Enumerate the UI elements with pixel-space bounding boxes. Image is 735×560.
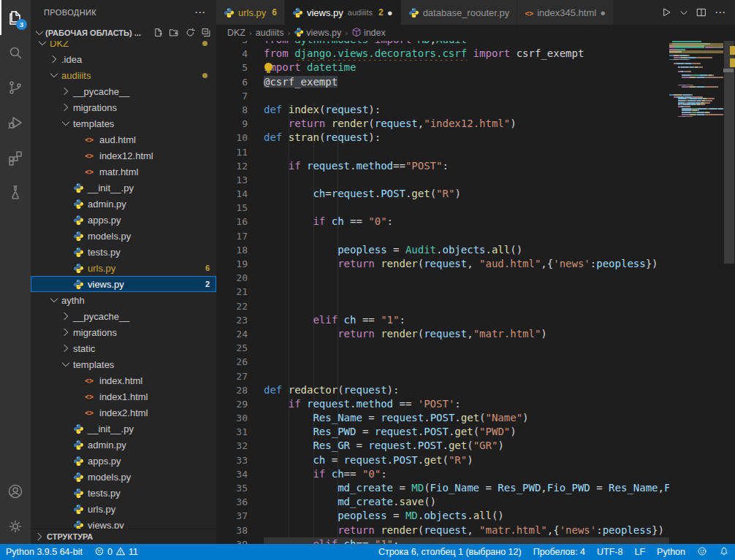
outline-section-header[interactable]: СТРУКТУРА <box>31 529 216 544</box>
breadcrumb-item-views-py[interactable]: views.py <box>294 27 341 39</box>
line-content: if ch== "0": <box>264 467 669 481</box>
activitybar-extensions-icon[interactable] <box>0 140 31 175</box>
new-folder-icon[interactable] <box>169 27 180 39</box>
indentation-item[interactable]: Пробелов: 4 <box>528 544 591 560</box>
tree-item-templates[interactable]: templates <box>31 356 216 372</box>
activitybar-source-control-icon[interactable] <box>0 70 31 105</box>
breadcrumb-item-audiiits[interactable]: audiiits <box>256 28 284 38</box>
line-number: 35 <box>216 481 264 495</box>
code-line-15: 15 <box>216 201 669 215</box>
editor-body: 3from aythh.models import MD,Audit4from … <box>216 41 735 544</box>
breadcrumb-item-index[interactable]: index <box>351 27 386 39</box>
line-number: 15 <box>216 201 264 215</box>
cursor-position-item[interactable]: Строка 6, столбец 1 (выбрано 12) <box>373 544 528 560</box>
tree-item-label: matr.html <box>99 166 138 177</box>
activitybar-search-icon[interactable] <box>0 35 31 70</box>
tree-item-tests-py[interactable]: tests.py <box>31 485 216 501</box>
views-more-actions-icon[interactable]: ⋯ <box>194 6 206 19</box>
tree-item-migrations[interactable]: migrations <box>31 324 216 340</box>
tree-item-templates[interactable]: templates <box>31 115 216 131</box>
more-actions-button[interactable]: ⋯ <box>712 6 729 19</box>
tree-item-label: admin.py <box>88 199 126 210</box>
run-button[interactable] <box>659 5 674 20</box>
code-line-18: 18 peopless = Audit.objects.all() <box>216 243 669 257</box>
breadcrumb-item-dkz[interactable]: DKZ <box>227 28 245 38</box>
tree-item-index12-html[interactable]: <>index12.html <box>31 147 216 164</box>
chevron-right-icon <box>60 326 73 338</box>
tree-item-admin-py[interactable]: admin.py <box>31 196 216 212</box>
workspace-section-header[interactable]: (РАБОЧАЯ ОБЛАСТЬ) ... <box>31 25 216 41</box>
python-interpreter-item[interactable]: Python 3.9.5 64-bit <box>0 544 88 560</box>
tree-item-models-py[interactable]: models.py <box>31 469 216 485</box>
code-line-33: 33 ch = request.POST.get("R") <box>216 453 669 467</box>
notifications-item[interactable] <box>713 544 735 560</box>
line-number: 37 <box>216 509 264 523</box>
tab-index345-html[interactable]: <>index345.html● <box>517 0 614 25</box>
tree-item-aud-html[interactable]: <>aud.html <box>31 131 216 147</box>
activitybar-explorer-icon[interactable]: 3 <box>0 0 31 35</box>
tree-item-matr-html[interactable]: <>matr.html <box>31 164 216 180</box>
tree-item-index1-html[interactable]: <>index1.html <box>31 388 216 404</box>
tree-item-dkz[interactable]: DKZ <box>31 41 216 51</box>
eol-item[interactable]: LF <box>628 544 651 560</box>
tree-item-apps-py[interactable]: apps.py <box>31 212 216 228</box>
tree-item-static[interactable]: static <box>31 340 216 356</box>
collapse-all-icon[interactable] <box>201 27 212 39</box>
tree-item-apps-py[interactable]: apps.py <box>31 453 216 469</box>
activitybar-run-debug-icon[interactable] <box>0 105 31 140</box>
tree-item-idea[interactable]: .idea <box>31 51 216 67</box>
tree-item-urls-py[interactable]: urls.py <box>31 501 216 517</box>
tab-views-py[interactable]: views.pyaudiiits2● <box>285 0 401 25</box>
tree-item-init-py[interactable]: __init__.py <box>31 421 216 437</box>
tree-item-migrations[interactable]: migrations <box>31 99 216 115</box>
error-icon <box>94 546 104 559</box>
tree-item-urls-py[interactable]: urls.py6 <box>31 260 216 276</box>
line-content: peopless = MD.objects.all() <box>264 509 669 523</box>
tree-item-label: __pycache__ <box>73 311 129 322</box>
tree-item-tests-py[interactable]: tests.py <box>31 244 216 260</box>
line-content <box>264 341 669 355</box>
tree-item-aythh[interactable]: aythh <box>31 292 216 308</box>
language-mode-item[interactable]: Python <box>651 544 691 560</box>
activity-bar: 3 <box>0 0 31 544</box>
breadcrumb-separator: › <box>345 28 348 37</box>
html-file-icon: <> <box>85 409 99 417</box>
tree-item-index-html[interactable]: <>index.html <box>31 372 216 388</box>
line-content: import datetime <box>264 61 669 74</box>
tree-item-pycache[interactable]: __pycache__ <box>31 308 216 324</box>
tree-item-models-py[interactable]: models.py <box>31 228 216 244</box>
html-file-icon: <> <box>85 377 99 385</box>
source-control-icon <box>7 79 24 96</box>
python-file-icon <box>73 488 88 499</box>
editor-scrollbar[interactable] <box>723 41 735 544</box>
code-editor[interactable]: 3from aythh.models import MD,Audit4from … <box>216 41 669 544</box>
activitybar-testing-icon[interactable] <box>0 175 31 210</box>
run-dropdown[interactable] <box>677 5 691 20</box>
file-tree: DKZ.ideaaudiiits__pycache__migrationstem… <box>31 41 216 529</box>
problems-item[interactable]: 0 11 <box>88 544 144 560</box>
tree-item-label: migrations <box>73 327 117 338</box>
encoding-item[interactable]: UTF-8 <box>591 544 628 560</box>
activitybar-settings-gear-icon[interactable] <box>0 509 31 544</box>
tree-item-label: urls.py <box>88 263 115 274</box>
tree-item-init-py[interactable]: __init__.py <box>31 180 216 196</box>
tree-item-audiiits[interactable]: audiiits <box>31 67 216 83</box>
line-content: if ch == "0": <box>264 215 669 229</box>
python-file-icon <box>73 520 88 529</box>
split-editor-button[interactable] <box>694 5 709 20</box>
tab-urls-py[interactable]: urls.py6 <box>216 0 285 25</box>
tree-item-index2-html[interactable]: <>index2.html <box>31 404 216 421</box>
scrollbar-thumb[interactable] <box>724 41 734 264</box>
activitybar-account-icon[interactable] <box>0 474 31 509</box>
refresh-icon[interactable] <box>185 27 196 39</box>
tree-item-views-py[interactable]: views.py <box>31 517 216 529</box>
new-file-icon[interactable] <box>153 27 164 39</box>
tree-item-admin-py[interactable]: admin.py <box>31 437 216 453</box>
chevron-right-icon <box>48 53 61 65</box>
line-content: def redactor(request): <box>264 383 669 397</box>
tab-database-roouter-py[interactable]: database_roouter.py <box>401 0 518 25</box>
tree-item-pycache[interactable]: __pycache__ <box>31 83 216 99</box>
tree-item-views-py[interactable]: views.py2 <box>31 276 216 292</box>
feedback-item[interactable] <box>691 544 713 560</box>
minimap[interactable] <box>669 41 723 544</box>
